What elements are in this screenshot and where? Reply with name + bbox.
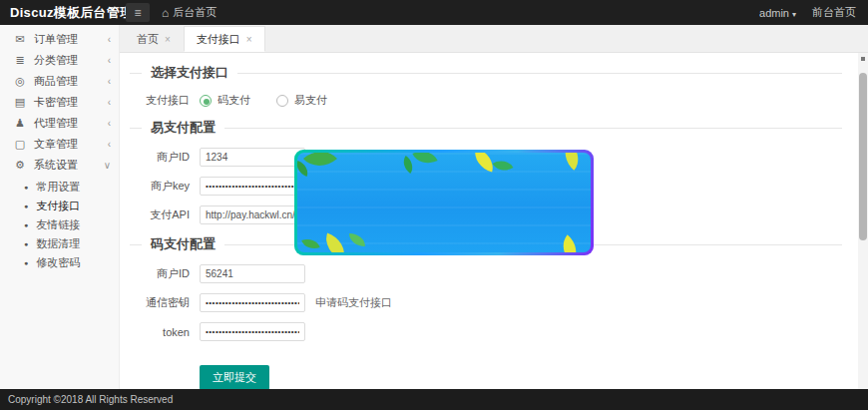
code-merchant-id-input[interactable] xyxy=(200,264,305,283)
sidebar: ✉ 订单管理 ‹ ≣ 分类管理 ‹ ◎ 商品管理 ‹ ▤ 卡密管理 ‹ ♟ 代理 xyxy=(0,25,120,389)
sidebar-item-label: 文章管理 xyxy=(34,137,108,152)
leaf-icon xyxy=(303,153,337,176)
close-icon[interactable]: × xyxy=(165,34,171,45)
backend-home-link[interactable]: ⌂ 后台首页 xyxy=(162,5,217,20)
chevron-left-icon: ‹ xyxy=(108,139,111,150)
leaf-icon xyxy=(555,234,584,252)
leaf-icon xyxy=(301,235,320,252)
divider xyxy=(130,244,142,245)
settings-icon: ⚙ xyxy=(12,159,28,172)
tab-home[interactable]: 首页 × xyxy=(124,26,184,52)
code-token-input[interactable] xyxy=(200,322,305,341)
apply-code-pay-link[interactable]: 申请码支付接口 xyxy=(315,295,392,310)
divider xyxy=(130,73,142,74)
field-label: 商户ID xyxy=(130,266,190,281)
footer: Copyright ©2018 All Rights Reserved xyxy=(0,389,868,410)
section-title-text: 码支付配置 xyxy=(151,235,216,253)
tab-label: 首页 xyxy=(137,32,159,47)
hamburger-menu-button[interactable]: ≡ xyxy=(126,3,150,22)
article-icon: ▢ xyxy=(12,138,28,151)
order-icon: ✉ xyxy=(12,33,28,46)
radio-easy-pay[interactable]: 易支付 xyxy=(276,93,327,108)
sidebar-item-label: 代理管理 xyxy=(34,116,108,131)
sidebar-item-label: 卡密管理 xyxy=(34,95,108,110)
hamburger-icon: ≡ xyxy=(134,6,141,20)
system-settings-submenu: ● 常用设置 ● 支付接口 ● 友情链接 ● 数据清理 ● 修改密码 xyxy=(0,176,119,276)
bullet-icon: ● xyxy=(24,203,28,209)
scrollbar-thumb[interactable] xyxy=(859,73,867,240)
leaf-icon xyxy=(320,232,349,252)
leaf-icon xyxy=(412,153,437,169)
agent-icon: ♟ xyxy=(12,117,28,130)
username-label: admin xyxy=(759,7,789,19)
code-comm-key-row: 通信密钥 申请码支付接口 xyxy=(130,293,850,312)
code-merchant-id-row: 商户ID xyxy=(130,264,850,283)
chevron-left-icon: ‹ xyxy=(108,76,111,87)
tab-label: 支付接口 xyxy=(197,32,240,47)
product-icon: ◎ xyxy=(12,75,28,88)
field-label: 商户key xyxy=(130,179,190,194)
sidebar-item-agents[interactable]: ♟ 代理管理 ‹ xyxy=(0,113,119,134)
bullet-icon: ● xyxy=(24,221,28,228)
sidebar-item-system-settings[interactable]: ⚙ 系统设置 ∨ xyxy=(0,155,119,176)
body-wrap: ✉ 订单管理 ‹ ≣ 分类管理 ‹ ◎ 商品管理 ‹ ▤ 卡密管理 ‹ ♟ 代理 xyxy=(0,25,868,389)
sidebar-item-products[interactable]: ◎ 商品管理 ‹ xyxy=(0,71,119,92)
radio-code-pay[interactable]: 码支付 xyxy=(200,93,250,108)
section-title-easy-pay: 易支付配置 xyxy=(130,118,850,138)
divider xyxy=(237,73,842,74)
chevron-down-icon: ∨ xyxy=(104,160,111,171)
subitem-label: 数据清理 xyxy=(36,236,80,251)
easy-merchant-id-input[interactable] xyxy=(200,148,305,167)
chevron-left-icon: ‹ xyxy=(108,97,111,108)
card-icon: ▤ xyxy=(12,96,28,109)
sidebar-subitem-change-password[interactable]: ● 修改密码 xyxy=(0,253,119,272)
main-area: 首页 × 支付接口 × 选择支付接口 支付接口 xyxy=(120,25,868,389)
sidebar-item-categories[interactable]: ≣ 分类管理 ‹ xyxy=(0,50,119,71)
home-icon: ⌂ xyxy=(162,6,169,20)
submit-button[interactable]: 立即提交 xyxy=(200,365,269,389)
leaf-icon xyxy=(493,156,514,176)
brand-title: Discuz模板后台管理 xyxy=(0,4,120,22)
close-icon[interactable]: × xyxy=(246,34,252,45)
section-title-text: 易支付配置 xyxy=(151,119,216,137)
copyright-text: Copyright ©2018 All Rights Reserved xyxy=(8,394,173,405)
code-comm-key-input[interactable] xyxy=(200,293,305,312)
section-title-select-payment: 选择支付接口 xyxy=(130,63,850,83)
sidebar-subitem-friend-links[interactable]: ● 友情链接 xyxy=(0,215,119,234)
leaf-icon xyxy=(349,233,365,246)
scrollbar-up-arrow[interactable] xyxy=(861,57,865,61)
sidebar-item-articles[interactable]: ▢ 文章管理 ‹ xyxy=(0,134,119,155)
sidebar-item-label: 订单管理 xyxy=(34,32,108,47)
front-home-link[interactable]: 前台首页 xyxy=(812,5,856,20)
category-icon: ≣ xyxy=(12,54,28,67)
tab-payment-interface[interactable]: 支付接口 × xyxy=(184,26,265,52)
tab-bar: 首页 × 支付接口 × xyxy=(120,25,868,53)
top-bar: Discuz模板后台管理 ≡ ⌂ 后台首页 admin▾ 前台首页 xyxy=(0,0,868,25)
bullet-icon: ● xyxy=(24,184,28,191)
bullet-icon: ● xyxy=(24,259,28,266)
sidebar-item-cardkeys[interactable]: ▤ 卡密管理 ‹ xyxy=(0,92,119,113)
field-label: 支付API xyxy=(130,207,190,222)
sidebar-subitem-common-settings[interactable]: ● 常用设置 xyxy=(0,178,119,197)
radio-unselected-icon xyxy=(276,95,288,107)
chevron-left-icon: ‹ xyxy=(108,118,111,129)
chevron-left-icon: ‹ xyxy=(108,55,111,66)
section-title-text: 选择支付接口 xyxy=(151,64,228,82)
sidebar-subitem-data-cleanup[interactable]: ● 数据清理 xyxy=(0,234,119,253)
easy-api-input[interactable] xyxy=(200,205,305,224)
radio-label: 码支付 xyxy=(217,93,250,108)
user-menu[interactable]: admin▾ xyxy=(759,7,796,19)
divider xyxy=(224,128,842,129)
code-token-row: token xyxy=(130,322,850,341)
promo-banner-image xyxy=(294,150,594,255)
leaf-icon xyxy=(557,153,586,171)
easy-merchant-key-input[interactable] xyxy=(200,177,305,196)
sidebar-subitem-payment-interface[interactable]: ● 支付接口 xyxy=(0,197,119,215)
field-label: token xyxy=(130,326,190,338)
subitem-label: 友情链接 xyxy=(36,217,80,232)
radio-label: 易支付 xyxy=(294,93,327,108)
sidebar-item-label: 系统设置 xyxy=(34,158,104,173)
sidebar-item-orders[interactable]: ✉ 订单管理 ‹ xyxy=(0,29,119,50)
content-panel: 选择支付接口 支付接口 码支付 易支付 xyxy=(120,53,868,389)
vertical-scrollbar[interactable] xyxy=(858,53,868,389)
